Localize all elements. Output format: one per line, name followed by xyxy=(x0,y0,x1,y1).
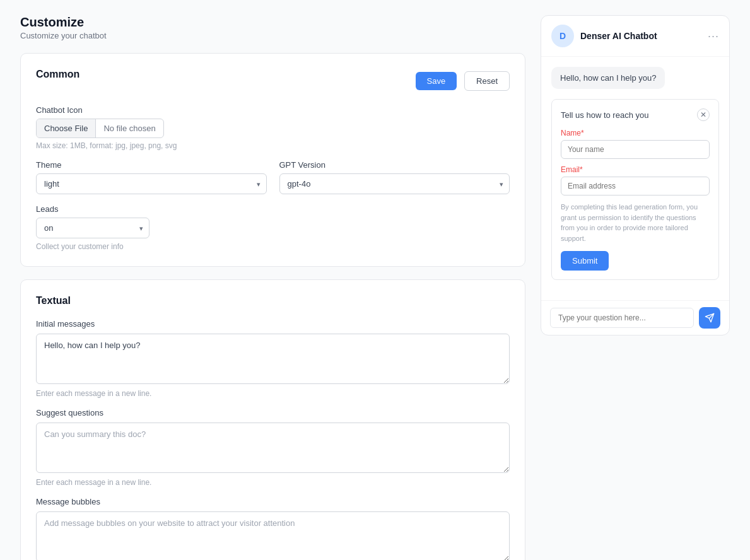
page-subtitle: Customize your chatbot xyxy=(20,31,525,40)
email-field-label: Email* xyxy=(561,165,710,174)
send-icon xyxy=(705,313,715,323)
preview-bot-name: Denser AI Chatbot xyxy=(580,31,701,41)
common-actions: Save Reset xyxy=(416,71,510,91)
leads-field: Leads on off ▾ Collect your customer inf… xyxy=(36,204,510,251)
left-panel: Customize Customize your chatbot Common … xyxy=(20,15,525,560)
gpt-version-field: GPT Version gpt-4o gpt-3.5-turbo gpt-4 ▾ xyxy=(279,160,510,194)
collect-hint: Collect your customer info xyxy=(36,242,510,251)
more-options-icon[interactable]: ··· xyxy=(708,30,719,43)
initial-messages-textarea[interactable]: Hello, how can I help you? xyxy=(36,334,510,384)
chatbot-icon-field: Chatbot Icon Choose File No file chosen … xyxy=(36,105,510,150)
lead-disclaimer: By completing this lead generation form,… xyxy=(561,202,710,243)
lead-form: Tell us how to reach you ✕ Name* Email* … xyxy=(551,99,719,280)
gpt-version-label: GPT Version xyxy=(279,160,510,170)
preview-chat-input[interactable] xyxy=(550,308,694,328)
preview-body: Hello, how can I help you? Tell us how t… xyxy=(541,57,729,300)
theme-field: Theme light dark ▾ xyxy=(36,160,267,194)
page-title: Customize xyxy=(20,15,525,30)
send-button[interactable] xyxy=(699,307,720,329)
preview-footer xyxy=(541,300,729,335)
lead-form-close-icon[interactable]: ✕ xyxy=(697,108,710,121)
message-bubbles-textarea[interactable] xyxy=(36,511,510,560)
chatbot-icon-label: Chatbot Icon xyxy=(36,105,510,115)
file-hint: Max size: 1MB, format: jpg, jpeg, png, s… xyxy=(36,141,510,150)
initial-messages-field: Initial messages Hello, how can I help y… xyxy=(36,319,510,398)
name-input[interactable] xyxy=(561,140,710,159)
chat-bubble: Hello, how can I help you? xyxy=(551,67,665,89)
email-input[interactable] xyxy=(561,177,710,195)
gpt-select-wrapper: gpt-4o gpt-3.5-turbo gpt-4 ▾ xyxy=(279,173,510,194)
save-button[interactable]: Save xyxy=(416,72,457,90)
message-bubbles-field: Message bubbles Enter each message in a … xyxy=(36,497,510,560)
textual-section-title: Textual xyxy=(36,295,510,306)
common-card: Common Save Reset Chatbot Icon Choose Fi… xyxy=(20,53,525,267)
theme-label: Theme xyxy=(36,160,267,170)
lead-form-header: Tell us how to reach you ✕ xyxy=(561,108,710,121)
suggest-questions-label: Suggest questions xyxy=(36,408,510,417)
preview-avatar: D xyxy=(551,25,574,47)
preview-header: D Denser AI Chatbot ··· xyxy=(541,16,729,57)
common-section-title: Common xyxy=(36,69,79,80)
suggest-questions-textarea[interactable] xyxy=(36,423,510,473)
file-input-wrapper[interactable]: Choose File No file chosen xyxy=(36,119,164,138)
reset-button[interactable]: Reset xyxy=(464,71,510,91)
leads-select-wrapper: on off ▾ xyxy=(36,218,149,238)
initial-messages-hint: Enter each message in a new line. xyxy=(36,389,510,398)
suggest-questions-field: Suggest questions Enter each message in … xyxy=(36,408,510,487)
choose-file-button[interactable]: Choose File xyxy=(37,119,96,137)
theme-select[interactable]: light dark xyxy=(36,173,267,194)
textual-card: Textual Initial messages Hello, how can … xyxy=(20,279,525,560)
suggest-questions-hint: Enter each message in a new line. xyxy=(36,478,510,487)
file-chosen-text: No file chosen xyxy=(96,119,163,137)
lead-form-title: Tell us how to reach you xyxy=(561,110,648,120)
submit-button[interactable]: Submit xyxy=(561,251,609,271)
preview-card: D Denser AI Chatbot ··· Hello, how can I… xyxy=(541,15,730,335)
gpt-version-select[interactable]: gpt-4o gpt-3.5-turbo gpt-4 xyxy=(279,173,510,194)
leads-select[interactable]: on off xyxy=(36,218,149,238)
initial-messages-label: Initial messages xyxy=(36,319,510,329)
right-panel: D Denser AI Chatbot ··· Hello, how can I… xyxy=(541,15,730,560)
leads-label: Leads xyxy=(36,204,510,214)
message-bubbles-label: Message bubbles xyxy=(36,497,510,506)
theme-select-wrapper: light dark ▾ xyxy=(36,173,267,194)
name-field-label: Name* xyxy=(561,129,710,137)
